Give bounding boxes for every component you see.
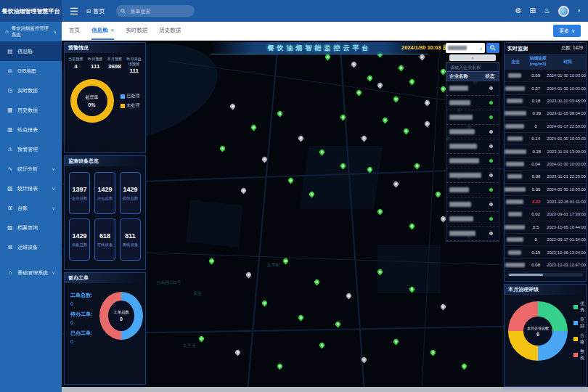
map-pin-online[interactable]	[408, 78, 415, 86]
map-pin-online[interactable]	[356, 89, 363, 96]
company-row[interactable]	[446, 81, 499, 96]
realtime-row[interactable]: 0.052024-01-30 10:03:00	[505, 184, 586, 196]
theme-icon[interactable]: ⚙	[515, 7, 522, 15]
realtime-row[interactable]: 0.142024-01-30 10:03:00	[505, 133, 586, 145]
realtime-row[interactable]: 0.372024-01-30 10:03:00	[505, 82, 586, 94]
map-pin-offline[interactable]	[261, 155, 268, 163]
map-pin-online[interactable]	[403, 128, 410, 135]
company-row[interactable]	[446, 154, 499, 168]
company-row[interactable]	[446, 212, 499, 226]
map-pin-online[interactable]	[208, 258, 216, 265]
map-pin-offline[interactable]	[345, 293, 352, 300]
hamburger-menu-icon[interactable]: ☰	[70, 6, 78, 17]
realtime-row[interactable]: 2.222023-12-15 01:11:00	[505, 196, 586, 208]
realtime-row[interactable]: 0.022023-09-01 17:39:00	[505, 208, 586, 221]
realtime-row[interactable]: 0.282023-11-24 13:00:00	[505, 145, 586, 158]
map-pin-online[interactable]	[319, 149, 326, 156]
company-row[interactable]	[446, 110, 499, 125]
realtime-row[interactable]: 0.082023-11-01 22:25:00	[505, 171, 586, 183]
company-row[interactable]	[446, 183, 499, 197]
map-pin-online[interactable]	[282, 258, 289, 265]
tab-close-icon[interactable]: ×	[111, 27, 115, 33]
map-pin-online[interactable]	[434, 191, 441, 198]
sidebar-item-stat-analysis[interactable]: ∿统计分析∨	[0, 159, 62, 179]
sidebar-item-site-report[interactable]: ▥站点报表	[0, 120, 62, 139]
map-pin-online[interactable]	[461, 363, 468, 370]
map-pin-offline[interactable]	[229, 103, 237, 110]
map-pin-online[interactable]	[377, 208, 384, 216]
sidebar-item-base-system[interactable]: ⌂基础管理系统∨	[0, 263, 62, 282]
realtime-row[interactable]: 0.52023-10-06 16:44:00	[505, 221, 586, 234]
map-pin-online[interactable]	[219, 145, 226, 152]
map-pin-online[interactable]	[324, 54, 331, 61]
company-row[interactable]	[446, 139, 499, 154]
realtime-row[interactable]: 0.082023-12-03 12:47:00	[505, 259, 586, 271]
realtime-row[interactable]: 0.392023-11-16 08:04:00	[505, 107, 586, 120]
map-pin-offline[interactable]	[350, 61, 357, 68]
sidebar-item-ledger[interactable]: ⊞台账∨	[0, 198, 62, 218]
tab-history[interactable]: 历史数据	[159, 22, 181, 40]
map-pin-offline[interactable]	[361, 134, 368, 142]
company-search-button[interactable]	[486, 43, 499, 53]
company-row[interactable]	[446, 125, 499, 139]
tab-info-cabin[interactable]: 信息舱×	[91, 22, 114, 40]
realtime-row[interactable]: 02022-09-17 01:34:00	[505, 234, 586, 246]
map-pin-online[interactable]	[319, 342, 326, 349]
user-avatar[interactable]	[558, 6, 569, 17]
realtime-row[interactable]: 02024-01-17 22:53:00	[505, 121, 586, 133]
map-pin-online[interactable]	[335, 321, 342, 328]
sidebar-item-archive-query[interactable]: ▨档案查询	[0, 218, 62, 237]
map-pin-online[interactable]	[413, 163, 420, 170]
map-pin-online[interactable]	[382, 117, 389, 124]
map-pin-offline[interactable]	[440, 303, 447, 311]
map-pin-online[interactable]	[429, 348, 436, 356]
company-row[interactable]	[446, 197, 499, 212]
map-pin-online[interactable]	[277, 110, 284, 117]
map-pin-online[interactable]	[340, 163, 347, 170]
realtime-row[interactable]: 0.042024-01-30 10:03:00	[505, 158, 586, 171]
company-row[interactable]	[446, 226, 499, 241]
map-pin-online[interactable]	[314, 279, 321, 286]
sidebar-system-header[interactable]: ⌂ 餐饮油烟监控管理系统 ∧	[0, 22, 62, 41]
map-pin-offline[interactable]	[392, 180, 399, 187]
map-pin-online[interactable]	[366, 166, 373, 173]
chevron-down-icon[interactable]: ∨	[577, 8, 581, 14]
company-name-search-box[interactable]	[446, 62, 499, 72]
map-pin-online[interactable]	[277, 363, 284, 370]
apps-icon[interactable]: ⊞	[530, 7, 536, 15]
sidebar-item-ops-device[interactable]: ⊠运维设备	[0, 237, 62, 257]
sidebar-item-stat-report[interactable]: ▧统计报表∨	[0, 179, 62, 198]
scrollbar-thumb[interactable]	[509, 274, 543, 276]
horizontal-scrollbar[interactable]	[507, 273, 583, 277]
company-row[interactable]	[446, 168, 499, 183]
map-pin-online[interactable]	[197, 335, 205, 342]
collapse-list-button[interactable]: ∧	[449, 54, 496, 61]
map-pin-offline[interactable]	[245, 271, 252, 279]
map-pin-offline[interactable]	[419, 54, 426, 61]
company-name-input[interactable]	[449, 65, 497, 70]
map-pin-online[interactable]	[287, 176, 294, 184]
notification-icon[interactable]: ♨	[544, 7, 550, 15]
map-pin-online[interactable]	[366, 75, 373, 82]
map-pin-online[interactable]	[392, 96, 399, 103]
sidebar-item-history-data[interactable]: ▦历史数据	[0, 100, 62, 120]
menu-search-input[interactable]	[128, 8, 190, 15]
breadcrumb[interactable]: ⊞ 首页	[86, 7, 105, 15]
map-pin-online[interactable]	[250, 124, 258, 131]
sidebar-item-gis-map[interactable]: ◎GIS地图	[0, 61, 62, 81]
map-pin-offline[interactable]	[298, 134, 305, 142]
map-pin-offline[interactable]	[377, 82, 384, 89]
realtime-row[interactable]: 0.192023-10-06 13:04:00	[505, 246, 586, 258]
realtime-row[interactable]: 0.592024-01-30 10:03:00	[505, 70, 586, 82]
map-pin-online[interactable]	[392, 338, 399, 346]
menu-search-box[interactable]	[116, 5, 195, 17]
sidebar-item-info-cabin[interactable]: ▤信息舱	[0, 41, 62, 61]
sidebar-item-realtime-data[interactable]: ◷实时数据	[0, 81, 62, 100]
more-button[interactable]: 更多 ∨	[553, 25, 581, 37]
map-pin-offline[interactable]	[361, 356, 368, 363]
map-pin-offline[interactable]	[234, 348, 242, 356]
map-pin-online[interactable]	[340, 113, 347, 121]
tab-home[interactable]: 首页	[69, 22, 80, 40]
map-pin-offline[interactable]	[240, 187, 247, 195]
company-filter-select[interactable]: ∨	[446, 43, 485, 53]
